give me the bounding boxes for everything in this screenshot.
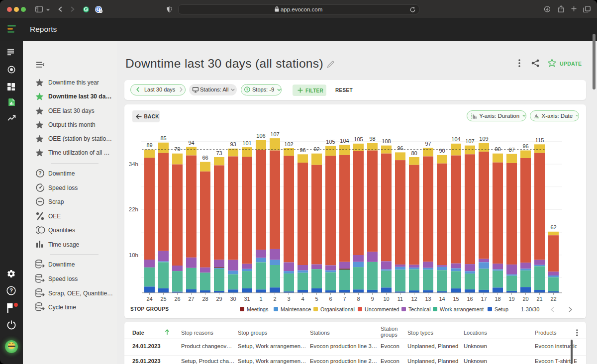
svg-text:105: 105 [354, 136, 363, 142]
svg-text:30: 30 [230, 296, 236, 302]
svg-text:?: ? [246, 88, 249, 92]
svg-text:21: 21 [536, 296, 542, 302]
svg-text:96: 96 [397, 145, 403, 151]
svg-text:93: 93 [230, 141, 236, 147]
svg-text:97: 97 [425, 141, 431, 147]
svg-text:102: 102 [284, 141, 293, 147]
svg-text:?: ? [38, 170, 41, 176]
svg-text:2: 2 [273, 296, 276, 302]
svg-text:73: 73 [216, 150, 222, 156]
svg-text:20: 20 [522, 296, 528, 302]
svg-text:17: 17 [481, 296, 487, 302]
svg-text:62: 62 [550, 224, 556, 230]
svg-text:92: 92 [313, 146, 319, 152]
svg-text:109: 109 [479, 136, 488, 142]
svg-text:7: 7 [343, 296, 346, 302]
svg-text:79: 79 [174, 146, 180, 152]
svg-text:1: 1 [259, 296, 262, 302]
svg-text:11: 11 [398, 296, 403, 302]
svg-text:26: 26 [174, 296, 180, 302]
svg-text:12: 12 [411, 296, 417, 302]
svg-text:9: 9 [371, 296, 374, 302]
svg-text:?: ? [9, 287, 13, 293]
svg-text:22h: 22h [129, 206, 138, 212]
svg-text:96: 96 [299, 147, 305, 153]
svg-text:96: 96 [522, 143, 528, 149]
svg-text:90: 90 [439, 148, 445, 154]
svg-text:98: 98 [369, 136, 375, 142]
svg-text:27: 27 [188, 296, 194, 302]
svg-text:6: 6 [329, 296, 332, 302]
svg-text:107: 107 [465, 138, 474, 144]
svg-text:14: 14 [439, 296, 445, 302]
svg-text:15: 15 [453, 296, 459, 302]
svg-text:34h: 34h [129, 161, 138, 167]
svg-text:106: 106 [256, 133, 265, 139]
svg-text:80: 80 [411, 150, 417, 156]
svg-text:104: 104 [340, 138, 349, 144]
svg-text:16: 16 [467, 296, 473, 302]
svg-text:89: 89 [146, 142, 152, 148]
svg-text:28: 28 [202, 296, 208, 302]
svg-text:107: 107 [270, 131, 279, 137]
svg-text:18: 18 [495, 296, 500, 302]
svg-text:22: 22 [550, 296, 556, 302]
svg-text:4: 4 [301, 296, 304, 302]
svg-text:29: 29 [216, 296, 222, 302]
svg-text:13: 13 [425, 296, 431, 302]
svg-text:105: 105 [326, 139, 335, 145]
svg-text:94: 94 [188, 140, 194, 146]
svg-text:66: 66 [202, 155, 208, 161]
svg-text:5: 5 [315, 296, 318, 302]
svg-text:8: 8 [357, 296, 360, 302]
svg-text:25: 25 [160, 296, 166, 302]
svg-text:108: 108 [382, 138, 391, 144]
svg-text:101: 101 [242, 140, 251, 146]
svg-text:90: 90 [495, 146, 500, 152]
svg-text:115: 115 [535, 137, 544, 143]
svg-text:19: 19 [508, 296, 514, 302]
svg-text:10h: 10h [129, 252, 138, 258]
svg-text:10: 10 [383, 296, 389, 302]
svg-text:85: 85 [160, 135, 166, 141]
svg-text:3: 3 [287, 296, 290, 302]
svg-text:104: 104 [451, 136, 460, 142]
svg-text:31: 31 [244, 296, 250, 302]
svg-text:24: 24 [146, 296, 152, 302]
